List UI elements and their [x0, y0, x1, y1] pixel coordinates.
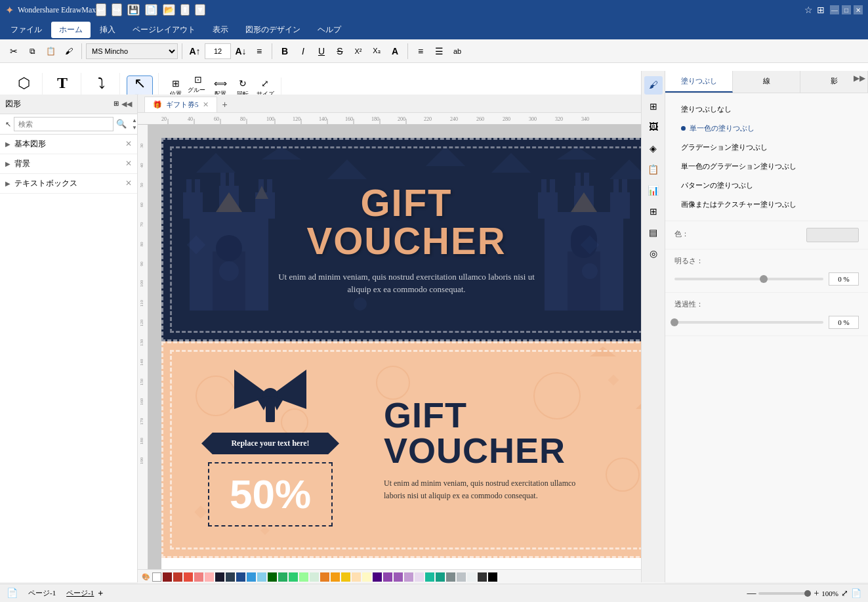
close-button[interactable]: ✕: [854, 5, 863, 14]
numbered-list-button[interactable]: ☰: [430, 43, 447, 60]
rp-gradient-fill-option[interactable]: グラデーション塗りつぶし: [674, 138, 859, 157]
underline-button[interactable]: U: [313, 43, 330, 60]
format-paint-button[interactable]: 🖌: [60, 43, 77, 60]
ab-button[interactable]: ab: [449, 43, 466, 60]
open-button[interactable]: 📂: [163, 4, 175, 16]
superscript-button[interactable]: X²: [350, 43, 367, 60]
redo-button[interactable]: ↪: [112, 3, 122, 16]
menu-page-layout[interactable]: ページレイアウト: [125, 22, 203, 38]
scroll-down-icon[interactable]: ▼: [132, 125, 137, 131]
panel-collapse-button[interactable]: ◀◀: [121, 100, 132, 108]
color-swatch[interactable]: [268, 572, 277, 582]
panel-section-basic-shapes[interactable]: ▶ 基本図形 ✕: [0, 135, 137, 154]
color-swatch[interactable]: [257, 572, 266, 582]
zoom-in-button[interactable]: +: [814, 588, 819, 599]
strikethrough-button[interactable]: S: [331, 43, 348, 60]
color-swatch[interactable]: [236, 572, 245, 582]
panel-section-textbox[interactable]: ▶ テキストボックス ✕: [0, 174, 137, 194]
color-swatch[interactable]: [331, 572, 340, 582]
rp-tab-fill[interactable]: 塗りつぶし: [665, 71, 733, 93]
color-swatch[interactable]: [478, 572, 487, 582]
subscript-button[interactable]: X₂: [368, 43, 385, 60]
color-swatch[interactable]: [320, 572, 329, 582]
section-close-text[interactable]: ✕: [125, 179, 132, 188]
color-swatch[interactable]: [205, 572, 214, 582]
panel-section-background[interactable]: ▶ 背景 ✕: [0, 154, 137, 174]
color-swatch[interactable]: [446, 572, 455, 582]
cut-button[interactable]: ✂: [5, 43, 22, 60]
rpi-grid-button[interactable]: ⊞: [644, 97, 663, 116]
rp-no-fill-option[interactable]: 塗りつぶしなし: [674, 100, 859, 119]
color-swatch[interactable]: [289, 572, 298, 582]
rp-solid-fill-option[interactable]: 単一色の塗りつぶし: [674, 119, 859, 138]
section-close-basic[interactable]: ✕: [125, 139, 132, 149]
copy-button[interactable]: ⧉: [24, 43, 41, 60]
color-swatch[interactable]: [226, 572, 235, 582]
window-controls[interactable]: — □ ✕: [830, 5, 863, 14]
color-swatch[interactable]: [362, 572, 371, 582]
color-swatch[interactable]: [404, 572, 413, 582]
rp-transparency-value[interactable]: 0 %: [829, 316, 859, 329]
font-size-input[interactable]: [205, 43, 231, 59]
rp-color-picker[interactable]: [806, 228, 859, 242]
add-page-button[interactable]: +: [98, 588, 103, 599]
voucher-1[interactable]: GIFT VOUCHER Ut enim ad minim veniam, qu…: [161, 138, 651, 341]
page-view-icon[interactable]: 📄: [851, 588, 861, 599]
text-size-up-button[interactable]: A↑: [186, 43, 203, 60]
rp-transparency-slider[interactable]: [674, 321, 823, 324]
color-swatch[interactable]: [488, 572, 497, 582]
color-swatch-white[interactable]: [152, 572, 161, 582]
menu-home[interactable]: ホーム: [51, 22, 91, 38]
paste-button[interactable]: 📋: [42, 43, 59, 60]
color-swatch[interactable]: [247, 572, 256, 582]
rpi-style-button[interactable]: 🖌: [644, 76, 663, 95]
rp-image-fill-option[interactable]: 画像またはテクスチャー塗りつぶし: [674, 195, 859, 214]
color-swatch[interactable]: [467, 572, 476, 582]
text-align-button[interactable]: ≡: [251, 43, 268, 60]
color-swatch[interactable]: [310, 572, 319, 582]
tab-close-button[interactable]: ✕: [203, 100, 209, 109]
rp-pattern-fill-option[interactable]: パターンの塗りつぶし: [674, 176, 859, 195]
bullet-list-button[interactable]: ≡: [412, 43, 429, 60]
color-swatch[interactable]: [184, 572, 193, 582]
bold-button[interactable]: B: [276, 43, 293, 60]
text-size-down-button[interactable]: A↓: [232, 43, 249, 60]
more-button[interactable]: ▼: [195, 4, 205, 16]
color-swatch[interactable]: [215, 572, 224, 582]
menu-shape-design[interactable]: 図形のデザイン: [238, 22, 308, 38]
zoom-slider[interactable]: [758, 592, 811, 595]
color-swatch[interactable]: [457, 572, 466, 582]
color-swatch[interactable]: [425, 572, 434, 582]
section-close-bg[interactable]: ✕: [125, 159, 132, 169]
save-button[interactable]: 💾: [127, 4, 140, 16]
search-input[interactable]: [14, 117, 114, 131]
new-button[interactable]: 📄: [145, 4, 157, 16]
voucher-2[interactable]: Replace your text here! 50% GIFT VOUCH: [161, 341, 651, 558]
color-swatch[interactable]: [373, 572, 382, 582]
canvas-content[interactable]: GIFT VOUCHER Ut enim ad minim veniam, qu…: [148, 125, 665, 572]
rp-single-gradient-fill-option[interactable]: 単一色のグラデーション塗りつぶし: [674, 157, 859, 176]
panel-expand-button[interactable]: ▶▶: [854, 74, 865, 83]
menu-insert[interactable]: 挿入: [92, 22, 123, 38]
color-swatch[interactable]: [173, 572, 182, 582]
v2-badge[interactable]: Replace your text here!: [201, 433, 339, 454]
color-swatch[interactable]: [299, 572, 308, 582]
add-tab-button[interactable]: +: [217, 97, 233, 112]
canvas-tab[interactable]: 🎁 ギフト券5 ✕: [144, 97, 217, 112]
minimize-button[interactable]: —: [830, 5, 839, 14]
color-swatch[interactable]: [352, 572, 361, 582]
rpi-image-button[interactable]: 🖼: [644, 118, 663, 137]
export-button[interactable]: ⬆: [180, 4, 190, 16]
zoom-out-button[interactable]: —: [747, 588, 756, 599]
menu-file[interactable]: ファイル: [3, 22, 50, 38]
page-nav-current[interactable]: ページ-1: [66, 588, 94, 598]
color-palette-icon[interactable]: 🎨: [140, 572, 151, 582]
rp-brightness-slider[interactable]: [674, 278, 823, 280]
font-color-button[interactable]: A: [386, 43, 403, 60]
color-swatch[interactable]: [278, 572, 287, 582]
menu-help[interactable]: ヘルプ: [310, 22, 349, 38]
color-swatch[interactable]: [415, 572, 424, 582]
undo-button[interactable]: ↩: [96, 3, 106, 16]
maximize-button[interactable]: □: [842, 5, 851, 14]
fit-icon[interactable]: ⤢: [841, 588, 848, 599]
